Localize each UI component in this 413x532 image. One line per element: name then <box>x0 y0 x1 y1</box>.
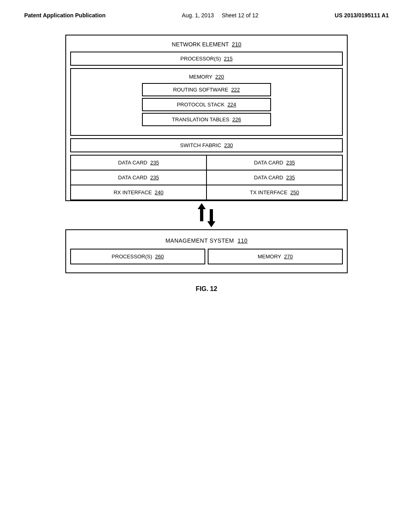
processors-260-box: PROCESSOR(S) 260 <box>70 249 205 264</box>
header-date: Aug. 1, 2013 <box>182 12 214 19</box>
switch-fabric-box: SWITCH FABRIC 230 <box>70 138 343 152</box>
management-system-label: MANAGEMENT SYSTEM 110 <box>70 234 343 247</box>
network-element-label: NETWORK ELEMENT 210 <box>70 39 343 52</box>
data-card-num-1: 235 <box>150 160 159 166</box>
data-card-num-3: 235 <box>150 175 159 181</box>
diagram-area: NETWORK ELEMENT 210 PROCESSOR(S) 215 MEM… <box>24 35 389 293</box>
data-card-section: DATA CARD 235 DATA CARD 235 DATA CARD 23… <box>70 155 343 200</box>
memory-270-num: 270 <box>284 254 293 260</box>
data-card-num-4: 235 <box>286 175 295 181</box>
processor-box: PROCESSOR(S) 215 <box>70 52 343 66</box>
svg-marker-0 <box>198 203 206 221</box>
network-element-box: NETWORK ELEMENT 210 PROCESSOR(S) 215 MEM… <box>65 35 348 201</box>
patent-number: US 2013/0195111 A1 <box>335 12 389 19</box>
tx-interface-box: TX INTERFACE 250 <box>207 185 342 200</box>
management-inner-row: PROCESSOR(S) 260 MEMORY 270 <box>70 249 343 264</box>
figure-caption: FIG. 12 <box>196 285 217 293</box>
bidirectional-arrow <box>194 201 219 229</box>
management-system-box: MANAGEMENT SYSTEM 110 PROCESSOR(S) 260 M… <box>65 229 348 273</box>
memory-contents: ROUTING SOFTWARE 222 PROTOCOL STACK 224 … <box>142 83 271 128</box>
memory-num: 220 <box>215 74 224 80</box>
data-card-right-2: DATA CARD 235 <box>207 170 342 185</box>
arrow-connector <box>194 201 219 229</box>
header-left: Patent Application Publication <box>24 12 106 19</box>
publication-label: Patent Application Publication <box>24 12 106 19</box>
rx-interface-box: RX INTERFACE 240 <box>71 185 207 200</box>
data-card-row-1: DATA CARD 235 DATA CARD 235 <box>71 156 342 170</box>
data-card-row-2: DATA CARD 235 DATA CARD 235 <box>71 170 342 185</box>
processors-260-num: 260 <box>155 254 164 260</box>
memory-270-box: MEMORY 270 <box>208 249 343 264</box>
routing-software-num: 222 <box>231 87 240 93</box>
data-card-left-1: DATA CARD 235 <box>71 156 207 170</box>
tx-interface-num: 250 <box>290 189 299 195</box>
data-card-left-2: DATA CARD 235 <box>71 170 207 185</box>
network-element-num: 210 <box>232 41 241 48</box>
data-card-num-2: 235 <box>286 160 295 166</box>
rx-interface-num: 240 <box>155 189 164 195</box>
page: Patent Application Publication Aug. 1, 2… <box>0 0 413 532</box>
protocol-stack-num: 224 <box>227 102 236 108</box>
management-system-num: 110 <box>238 237 248 244</box>
translation-tables-box: TRANSLATION TABLES 226 <box>142 113 271 126</box>
data-card-right-1: DATA CARD 235 <box>207 156 342 170</box>
header-center: Aug. 1, 2013 Sheet 12 of 12 <box>182 12 259 19</box>
switch-fabric-num: 230 <box>224 142 233 148</box>
routing-software-box: ROUTING SOFTWARE 222 <box>142 83 271 96</box>
interface-row: RX INTERFACE 240 TX INTERFACE 250 <box>71 185 342 200</box>
protocol-stack-box: PROTOCOL STACK 224 <box>142 98 271 111</box>
translation-tables-num: 226 <box>232 116 241 123</box>
page-header: Patent Application Publication Aug. 1, 2… <box>24 12 389 19</box>
memory-box: MEMORY 220 ROUTING SOFTWARE 222 PROTOCOL… <box>70 68 343 136</box>
svg-marker-1 <box>207 209 215 227</box>
header-right: US 2013/0195111 A1 <box>335 12 389 19</box>
header-sheet: Sheet 12 of 12 <box>222 12 259 19</box>
processor-num: 215 <box>224 56 233 62</box>
memory-label: MEMORY 220 <box>74 72 339 83</box>
